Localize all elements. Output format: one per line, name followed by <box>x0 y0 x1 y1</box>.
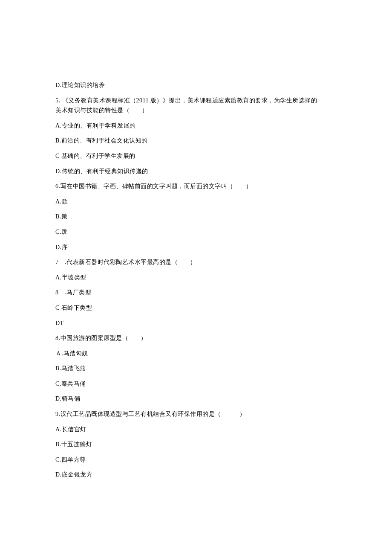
q5-option-d: D.传统的、有利于经典知识传递的 <box>55 167 332 176</box>
q6-option-b: B.策 <box>55 212 332 221</box>
question-7: 7 .代表新石器时代彩陶艺术水平最高的是（ ） <box>55 258 332 267</box>
q9-option-d: D.嵌金银龙方 <box>55 471 332 479</box>
q7-option-c: C 石岭下类型 <box>55 304 332 312</box>
q6-option-d: D.序 <box>55 243 332 252</box>
q9-option-a: A.长信宫灯 <box>55 425 332 434</box>
question-5-line1: 5. 《义务教育美术课程标准（2011 版）》提出，美术课程适应素质教育的要求，… <box>55 96 332 105</box>
q6-option-c: C.跋 <box>55 228 332 236</box>
q7-option-d: DT <box>55 319 332 328</box>
question-8: 8.中国旅游的图案原型是（ ） <box>55 334 332 343</box>
document-page: D.理论知识的培养 5. 《义务教育美术课程标准（2011 版）》提出，美术课程… <box>0 0 392 555</box>
q5-option-a: A.专业的、有利于学科发展的 <box>55 122 332 130</box>
question-9: 9.汉代工艺品既体现造型与工艺有机结合又有环保作用的是（ ） <box>55 410 332 418</box>
question-5-line2: 美术知识与技能的特性是（ ） <box>55 106 332 115</box>
q8-option-d: D.骑马俑 <box>55 395 332 403</box>
option-d: D.理论知识的培养 <box>55 81 332 90</box>
question-5: 5. 《义务教育美术课程标准（2011 版）》提出，美术课程适应素质教育的要求，… <box>55 96 332 115</box>
q8-option-a: Ａ.马踏匈奴 <box>55 349 332 358</box>
q8-option-c: C,秦兵马俑 <box>55 380 332 388</box>
q7-option-a: A.半坡类型 <box>55 273 332 282</box>
q9-option-b: B.十五连盏灯 <box>55 440 332 449</box>
q7-option-b: 8 .马厂类型 <box>55 288 332 297</box>
q9-option-c: C.四羊方尊 <box>55 456 332 464</box>
q8-option-b: B.马踏飞燕 <box>55 364 332 373</box>
q5-option-b: B.前沿的、有利于社会文化认知的 <box>55 137 332 145</box>
q6-option-a: A.款 <box>55 198 332 206</box>
question-6: 6.写在中国书籍、字画、碑帖前面的文字叫题，而后面的文字叫（ ） <box>55 182 332 191</box>
q5-option-c: C 基础的、有利于学生发展的 <box>55 152 332 160</box>
